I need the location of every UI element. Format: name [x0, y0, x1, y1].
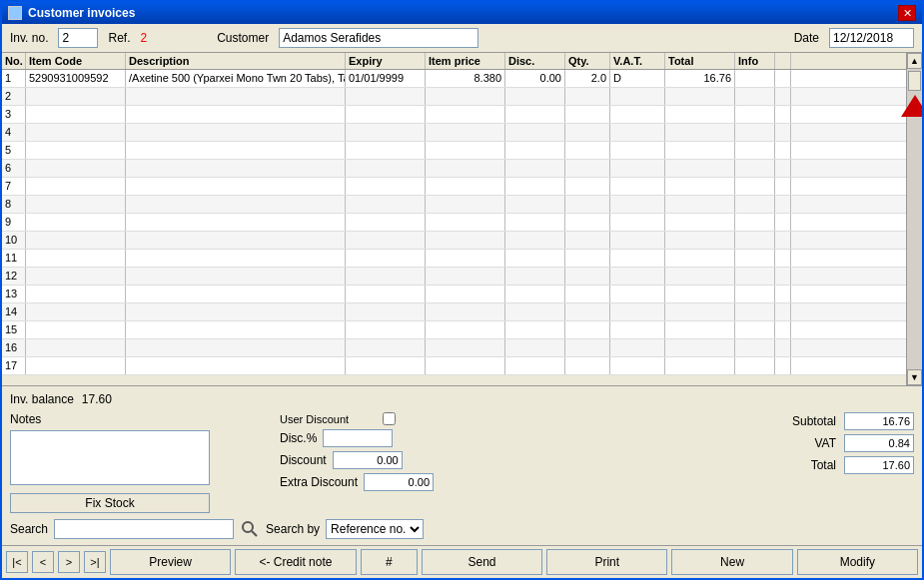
discount-input[interactable] — [333, 451, 403, 469]
nav-first-button[interactable]: |< — [6, 551, 28, 573]
cell-vat — [610, 232, 665, 249]
cell-spacer — [775, 214, 791, 231]
nav-prev-button[interactable]: < — [32, 551, 54, 573]
hash-button[interactable]: # — [361, 549, 418, 575]
send-button[interactable]: Send — [422, 549, 542, 575]
cell-description: /Axetine 500 (Yparxei Mono Twn 20 Tabs),… — [126, 70, 346, 87]
up-arrow-indicator — [901, 95, 923, 117]
subtotal-row: Subtotal — [771, 412, 914, 430]
cell-spacer — [775, 142, 791, 159]
disc-percent-input[interactable] — [323, 429, 393, 447]
col-vat: V.A.T. — [610, 53, 665, 69]
cell-info — [735, 339, 775, 356]
cell-description — [126, 339, 346, 356]
cell-disc — [505, 232, 565, 249]
table-row[interactable]: 7 — [2, 178, 906, 196]
cell-info — [735, 250, 775, 267]
scroll-thumb[interactable] — [908, 71, 921, 91]
cell-vat — [610, 286, 665, 302]
cell-spacer — [775, 70, 791, 87]
close-button[interactable]: ✕ — [898, 5, 916, 21]
cell-vat — [610, 142, 665, 159]
cell-info — [735, 321, 775, 338]
cell-description — [126, 321, 346, 338]
scrollbar[interactable]: ▲ ▼ — [906, 53, 922, 385]
new-button[interactable]: New — [671, 549, 792, 575]
cell-description — [126, 106, 346, 123]
nav-next-button[interactable]: > — [58, 551, 80, 573]
cell-qty — [565, 303, 610, 320]
extra-discount-input[interactable] — [364, 473, 434, 491]
cell-vat — [610, 196, 665, 213]
date-input[interactable] — [829, 28, 914, 48]
cell-item-price — [426, 142, 505, 159]
table-row[interactable]: 13 — [2, 286, 906, 303]
search-input[interactable] — [54, 519, 234, 539]
search-icon[interactable] — [240, 519, 260, 539]
cell-item-price — [426, 106, 505, 123]
table-row[interactable]: 12 — [2, 268, 906, 286]
cell-expiry — [346, 196, 426, 213]
col-disc: Disc. — [505, 53, 565, 69]
table-row[interactable]: 2 — [2, 88, 906, 106]
print-button[interactable]: Print — [546, 549, 667, 575]
search-by-select[interactable]: Reference no. Item Code Description — [326, 519, 424, 539]
cell-no: 1 — [2, 70, 26, 87]
total-label: Total — [771, 458, 836, 472]
cell-expiry — [346, 160, 426, 177]
cell-expiry — [346, 357, 426, 374]
cell-spacer — [775, 357, 791, 374]
table-row[interactable]: 14 — [2, 303, 906, 321]
cell-vat — [610, 321, 665, 338]
credit-note-button[interactable]: <- Credit note — [235, 549, 356, 575]
cell-expiry — [346, 250, 426, 267]
cell-info — [735, 106, 775, 123]
cell-vat — [610, 88, 665, 105]
table-row[interactable]: 11 — [2, 250, 906, 268]
cell-item-code — [26, 303, 126, 320]
table-row[interactable]: 16 — [2, 339, 906, 357]
table-row[interactable]: 17 — [2, 357, 906, 375]
cell-item-price: 8.380 — [426, 70, 505, 87]
fix-stock-button[interactable]: Fix Stock — [10, 493, 210, 513]
table-row[interactable]: 10 — [2, 232, 906, 250]
cell-info — [735, 232, 775, 249]
inv-no-input[interactable] — [58, 28, 98, 48]
table-row[interactable]: 9 — [2, 214, 906, 232]
nav-last-button[interactable]: >| — [84, 551, 106, 573]
cell-spacer — [775, 196, 791, 213]
table-row[interactable]: 3 — [2, 106, 906, 124]
grid-body: 1 5290931009592 /Axetine 500 (Yparxei Mo… — [2, 70, 906, 385]
col-item-code: Item Code — [26, 53, 126, 69]
total-input — [844, 456, 914, 474]
cell-no: 2 — [2, 88, 26, 105]
user-discount-checkbox[interactable] — [383, 412, 396, 425]
cell-spacer — [775, 250, 791, 267]
cell-total — [665, 178, 735, 195]
cell-no: 6 — [2, 160, 26, 177]
table-row[interactable]: 1 5290931009592 /Axetine 500 (Yparxei Mo… — [2, 70, 906, 88]
table-row[interactable]: 6 — [2, 160, 906, 178]
cell-info — [735, 268, 775, 285]
cell-no: 16 — [2, 339, 26, 356]
cell-item-code — [26, 357, 126, 374]
vat-input — [844, 434, 914, 452]
cell-description — [126, 160, 346, 177]
discount-section: User Discount Disc.% Discount Extra Disc… — [280, 412, 434, 491]
table-row[interactable]: 8 — [2, 196, 906, 214]
cell-total — [665, 124, 735, 141]
notes-textarea[interactable] — [10, 430, 210, 485]
cell-vat — [610, 250, 665, 267]
table-row[interactable]: 15 — [2, 321, 906, 339]
scroll-up-btn[interactable]: ▲ — [907, 53, 922, 69]
search-row: Search Search by Reference no. Item Code… — [10, 519, 914, 539]
cell-no: 3 — [2, 106, 26, 123]
table-row[interactable]: 4 — [2, 124, 906, 142]
table-row[interactable]: 5 — [2, 142, 906, 160]
customer-input[interactable] — [279, 28, 478, 48]
scroll-down-btn[interactable]: ▼ — [907, 369, 922, 385]
modify-button[interactable]: Modify — [797, 549, 918, 575]
cell-disc — [505, 303, 565, 320]
preview-button[interactable]: Preview — [110, 549, 231, 575]
cell-disc — [505, 250, 565, 267]
